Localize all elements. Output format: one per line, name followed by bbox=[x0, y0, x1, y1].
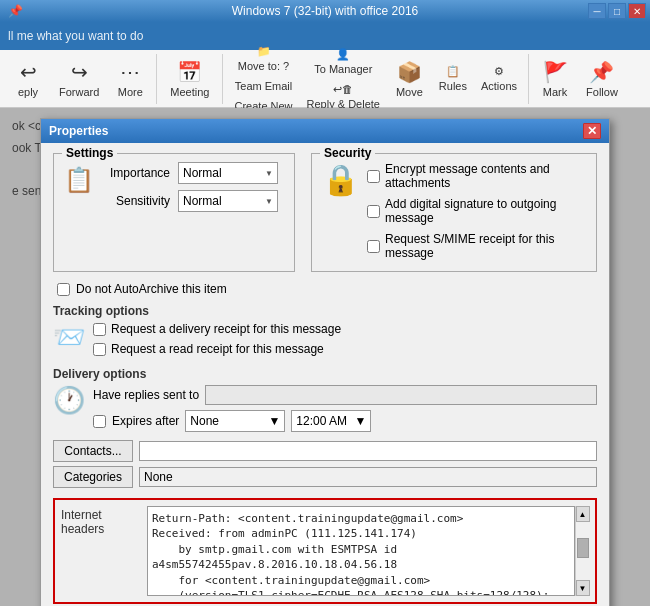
reply-delete-icon: ↩🗑 bbox=[333, 83, 353, 96]
move-label: Move bbox=[396, 86, 423, 98]
move-button[interactable]: 📦 Move bbox=[389, 56, 430, 102]
to-manager-button[interactable]: 👤 To Manager bbox=[302, 45, 385, 78]
meeting-label: Meeting bbox=[170, 86, 209, 98]
window-controls: ─ □ ✕ bbox=[588, 3, 646, 19]
tracking-section: 📨 Request a delivery receipt for this me… bbox=[53, 322, 597, 359]
expires-select[interactable]: None ▼ bbox=[185, 410, 285, 432]
read-receipt-row: Request a read receipt for this message bbox=[93, 342, 341, 356]
dialog-title: Properties bbox=[49, 124, 108, 138]
smime-label: Request S/MIME receipt for this message bbox=[385, 232, 586, 260]
mark-label: Mark bbox=[543, 86, 567, 98]
contacts-input[interactable] bbox=[139, 441, 597, 461]
maximize-button[interactable]: □ bbox=[608, 3, 626, 19]
sensitivity-value: Normal bbox=[183, 194, 222, 208]
modal-overlay: Properties ✕ Settings 📋 Importance bbox=[0, 108, 650, 606]
move-to-button[interactable]: 📁 Move to: ? bbox=[229, 42, 297, 75]
categories-input[interactable] bbox=[139, 467, 597, 487]
forward-icon: ↪ bbox=[71, 60, 88, 84]
toolbar: ↩ eply ↪ Forward ⋯ More 📅 Meeting 📁 Move… bbox=[0, 50, 650, 108]
replies-label: Have replies sent to bbox=[93, 388, 199, 402]
headers-textarea[interactable] bbox=[147, 506, 575, 596]
categories-button[interactable]: Categories bbox=[53, 466, 133, 488]
meeting-icon: 📅 bbox=[177, 60, 202, 84]
digital-sig-row: Add digital signature to outgoing messag… bbox=[367, 197, 586, 225]
importance-select[interactable]: Normal ▼ bbox=[178, 162, 278, 184]
delivery-icon-area: 🕐 Have replies sent to Expires after Non bbox=[53, 385, 597, 432]
team-email-button[interactable]: Team Email bbox=[229, 77, 297, 95]
meeting-button[interactable]: 📅 Meeting bbox=[163, 56, 216, 102]
follow-button[interactable]: 📌 Follow bbox=[579, 56, 625, 102]
encrypt-label: Encrypt message contents and attachments bbox=[385, 162, 586, 190]
time-arrow-icon: ▼ bbox=[354, 414, 366, 428]
rules-button[interactable]: 📋 Rules bbox=[434, 62, 472, 95]
flag-icon: 🚩 bbox=[543, 60, 568, 84]
folder-icon: 📁 bbox=[257, 45, 271, 58]
tracking-icon: 📨 bbox=[53, 322, 85, 353]
team-email-label: Team Email bbox=[235, 80, 292, 92]
settings-fields: Importance Normal ▼ Sensitivity bbox=[100, 162, 278, 218]
digital-sig-checkbox[interactable] bbox=[367, 205, 380, 218]
delivery-receipt-row: Request a delivery receipt for this mess… bbox=[93, 322, 341, 336]
encrypt-row: Encrypt message contents and attachments bbox=[367, 162, 586, 190]
move-group: 📁 Move to: ? Team Email Create New 👤 To … bbox=[229, 54, 529, 104]
top-sections: Settings 📋 Importance Normal ▼ bbox=[53, 153, 597, 272]
expires-label: Expires after bbox=[112, 414, 179, 428]
move-to-label: Move to: ? bbox=[238, 60, 289, 72]
mark-button[interactable]: 🚩 Mark bbox=[535, 56, 575, 102]
delivery-receipt-checkbox[interactable] bbox=[93, 323, 106, 336]
read-receipt-label: Request a read receipt for this message bbox=[111, 342, 324, 356]
scrollbar[interactable]: ▲ ▼ bbox=[575, 506, 589, 596]
forward-label: Forward bbox=[59, 86, 99, 98]
more-button[interactable]: ⋯ More bbox=[110, 56, 150, 102]
autoarchive-label: Do not AutoArchive this item bbox=[76, 282, 227, 296]
sensitivity-arrow-icon: ▼ bbox=[265, 197, 273, 206]
replies-row: Have replies sent to bbox=[93, 385, 597, 405]
scroll-up-button[interactable]: ▲ bbox=[576, 506, 590, 522]
expires-checkbox[interactable] bbox=[93, 415, 106, 428]
sensitivity-select[interactable]: Normal ▼ bbox=[178, 190, 278, 212]
to-manager-icon: 👤 bbox=[336, 48, 350, 61]
rules-label: Rules bbox=[439, 80, 467, 92]
scroll-thumb[interactable] bbox=[577, 538, 589, 558]
time-select[interactable]: 12:00 AM ▼ bbox=[291, 410, 371, 432]
window-title-bar: 📌 Windows 7 (32-bit) with office 2016 ─ … bbox=[0, 0, 650, 22]
smime-checkbox[interactable] bbox=[367, 240, 380, 253]
delivery-section: 🕐 Have replies sent to Expires after Non bbox=[53, 385, 597, 432]
security-group-label: Security bbox=[320, 146, 375, 160]
expires-arrow-icon: ▼ bbox=[268, 414, 280, 428]
importance-row: Importance Normal ▼ bbox=[100, 162, 278, 184]
importance-arrow-icon: ▼ bbox=[265, 169, 273, 178]
delivery-receipt-label: Request a delivery receipt for this mess… bbox=[111, 322, 341, 336]
dialog-close-button[interactable]: ✕ bbox=[583, 123, 601, 139]
settings-group: Settings 📋 Importance Normal ▼ bbox=[53, 153, 295, 272]
read-receipt-checkbox[interactable] bbox=[93, 343, 106, 356]
categories-row: Categories bbox=[53, 466, 597, 488]
close-window-button[interactable]: ✕ bbox=[628, 3, 646, 19]
replies-input[interactable] bbox=[205, 385, 597, 405]
follow-label: Follow bbox=[586, 86, 618, 98]
settings-group-label: Settings bbox=[62, 146, 117, 160]
tags-group: 🚩 Mark 📌 Follow bbox=[535, 54, 631, 104]
contacts-row: Contacts... bbox=[53, 440, 597, 462]
expires-value: None bbox=[190, 414, 219, 428]
contacts-section: Contacts... Categories bbox=[53, 440, 597, 488]
follow-icon: 📌 bbox=[589, 60, 614, 84]
minimize-button[interactable]: ─ bbox=[588, 3, 606, 19]
scroll-down-button[interactable]: ▼ bbox=[576, 580, 590, 596]
new-group: 📅 Meeting bbox=[163, 54, 223, 104]
sensitivity-row: Sensitivity Normal ▼ bbox=[100, 190, 278, 212]
main-content: ok <cont ook Test e sent au Properties ✕… bbox=[0, 108, 650, 606]
internet-headers-section: Internet headers ▲ ▼ bbox=[53, 498, 597, 604]
security-icon: 🔒 bbox=[322, 162, 359, 197]
expires-row: Expires after None ▼ 12:00 AM ▼ bbox=[93, 410, 597, 432]
forward-button[interactable]: ↪ Forward bbox=[52, 56, 106, 102]
actions-button[interactable]: ⚙ Actions bbox=[476, 62, 522, 95]
contacts-button[interactable]: Contacts... bbox=[53, 440, 133, 462]
smime-row: Request S/MIME receipt for this message bbox=[367, 232, 586, 260]
autoarchive-checkbox[interactable] bbox=[57, 283, 70, 296]
security-group: Security 🔒 Encrypt message contents and … bbox=[311, 153, 597, 272]
settings-icon: 📋 bbox=[64, 166, 94, 194]
actions-label: Actions bbox=[481, 80, 517, 92]
reply-button[interactable]: ↩ eply bbox=[8, 56, 48, 102]
encrypt-checkbox[interactable] bbox=[367, 170, 380, 183]
